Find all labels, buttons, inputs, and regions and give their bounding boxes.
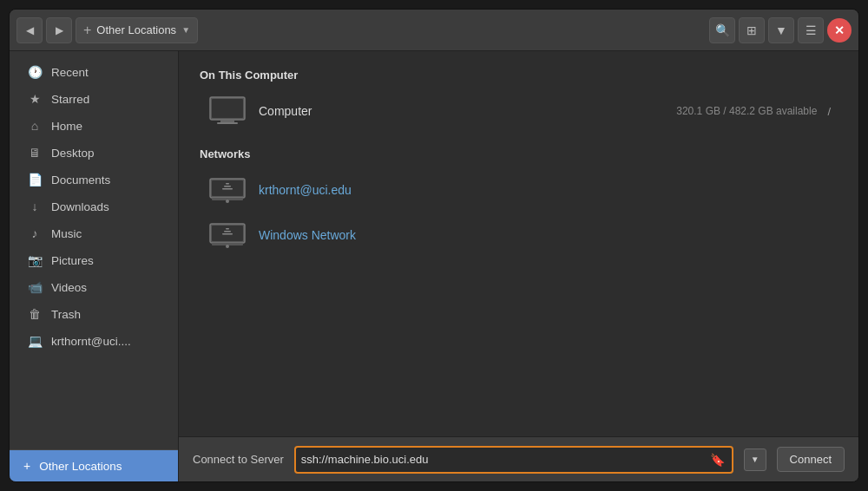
svg-point-14 <box>226 245 229 248</box>
trash-icon: 🗑 <box>27 307 43 321</box>
sidebar-item-trash-label: Trash <box>51 308 81 321</box>
connect-button[interactable]: Connect <box>777 447 845 472</box>
sidebar-item-music-label: Music <box>51 227 82 240</box>
svg-rect-3 <box>217 122 238 124</box>
sidebar-item-videos[interactable]: 📹 Videos <box>13 274 174 300</box>
music-icon: ♪ <box>27 226 43 240</box>
connect-bar: Connect to Server 🔖 ▼ Connect <box>179 436 858 481</box>
view-dropdown-button[interactable]: ▼ <box>768 17 794 43</box>
new-tab-icon: + <box>83 23 91 38</box>
sidebar-item-starred-label: Starred <box>51 93 89 106</box>
network-icon-windows <box>207 219 248 251</box>
sidebar-item-desktop[interactable]: 🖥 Desktop <box>13 140 174 166</box>
main-content: 🕐 Recent ★ Starred ⌂ Home 🖥 Desktop 📄 <box>10 51 858 481</box>
computer-icon <box>207 95 248 127</box>
network-row-windows[interactable]: Windows Network <box>200 214 838 256</box>
search-button[interactable]: 🔍 <box>709 17 735 43</box>
titlebar: ◀ ▶ + Other Locations ▼ 🔍 ⊞ ▼ ☰ ✕ <box>10 10 858 51</box>
svg-rect-9 <box>224 186 231 187</box>
svg-rect-10 <box>226 183 229 185</box>
sidebar-item-home-label: Home <box>51 120 82 133</box>
svg-rect-16 <box>224 231 231 232</box>
network-label-windows: Windows Network <box>259 228 356 242</box>
svg-rect-8 <box>222 188 233 190</box>
computer-row[interactable]: Computer 320.1 GB / 482.2 GB available / <box>200 90 838 132</box>
storage-info: 320.1 GB / 482.2 GB available <box>676 105 817 117</box>
svg-rect-2 <box>220 120 234 122</box>
sidebar-item-recent-label: Recent <box>51 66 89 79</box>
network-icon-krthornt <box>207 174 248 206</box>
file-manager-window: ◀ ▶ + Other Locations ▼ 🔍 ⊞ ▼ ☰ ✕ 🕐 Rece… <box>9 9 859 482</box>
sidebar-bottom: + Other Locations <box>10 449 178 481</box>
forward-button[interactable]: ▶ <box>46 17 72 43</box>
sidebar-item-documents-label: Documents <box>51 173 110 187</box>
sidebar-item-downloads-label: Downloads <box>51 200 109 213</box>
sidebar: 🕐 Recent ★ Starred ⌂ Home 🖥 Desktop 📄 <box>10 51 179 481</box>
titlebar-right: 🔍 ⊞ ▼ ☰ ✕ <box>709 17 852 43</box>
desktop-icon: 🖥 <box>27 146 43 160</box>
network-label-krthornt: krthornt@uci.edu <box>259 183 352 197</box>
home-icon: ⌂ <box>27 119 43 133</box>
sidebar-item-home[interactable]: ⌂ Home <box>13 113 174 139</box>
sidebar-item-downloads[interactable]: ↓ Downloads <box>13 193 174 219</box>
back-button[interactable]: ◀ <box>16 17 43 43</box>
other-locations-button[interactable]: + Other Locations <box>10 450 178 481</box>
location-bar[interactable]: + Other Locations ▼ <box>76 17 198 43</box>
sidebar-item-pictures[interactable]: 📷 Pictures <box>13 247 174 273</box>
connect-dropdown-button[interactable]: ▼ <box>744 448 766 471</box>
svg-rect-1 <box>212 99 243 118</box>
krthornt-icon: 💻 <box>27 334 43 348</box>
sidebar-item-music[interactable]: ♪ Music <box>13 220 174 246</box>
on-this-computer-heading: On This Computer <box>200 69 838 82</box>
documents-icon: 📄 <box>27 173 43 187</box>
svg-point-7 <box>226 200 229 203</box>
networks-section: Networks <box>200 147 838 256</box>
computer-label: Computer <box>259 104 676 118</box>
other-locations-label: Other Locations <box>39 460 122 473</box>
sidebar-items: 🕐 Recent ★ Starred ⌂ Home 🖥 Desktop 📄 <box>10 51 178 449</box>
panel-content: On This Computer Computer 320.1 GB / 482… <box>179 51 858 436</box>
bookmark-icon-button[interactable]: 🔖 <box>708 451 727 468</box>
other-locations-plus-icon: + <box>23 459 30 473</box>
recent-icon: 🕐 <box>27 65 43 79</box>
sidebar-item-pictures-label: Pictures <box>51 254 94 267</box>
sidebar-item-starred[interactable]: ★ Starred <box>13 86 174 112</box>
connect-server-input[interactable] <box>301 453 705 466</box>
location-label: Other Locations <box>96 23 176 36</box>
network-row-krthornt[interactable]: krthornt@uci.edu <box>200 169 838 211</box>
connect-input-wrap: 🔖 <box>294 446 733 474</box>
sidebar-item-krthornt[interactable]: 💻 krthornt@uci.... <box>13 328 174 354</box>
main-panel: On This Computer Computer 320.1 GB / 482… <box>179 51 858 481</box>
downloads-icon: ↓ <box>27 200 43 213</box>
sidebar-item-videos-label: Videos <box>51 281 87 294</box>
sidebar-item-krthornt-label: krthornt@uci.... <box>51 335 131 348</box>
svg-rect-15 <box>222 233 233 235</box>
networks-heading: Networks <box>200 147 838 160</box>
sidebar-item-trash[interactable]: 🗑 Trash <box>13 301 174 327</box>
starred-icon: ★ <box>27 92 43 106</box>
mount-point: / <box>827 105 831 118</box>
svg-rect-17 <box>226 228 229 230</box>
menu-button[interactable]: ☰ <box>798 17 824 43</box>
sidebar-item-documents[interactable]: 📄 Documents <box>13 167 174 193</box>
location-dropdown-icon: ▼ <box>181 25 190 35</box>
sidebar-item-recent[interactable]: 🕐 Recent <box>13 59 174 85</box>
sidebar-item-desktop-label: Desktop <box>51 147 95 160</box>
close-button[interactable]: ✕ <box>827 18 852 43</box>
connect-to-server-label: Connect to Server <box>193 453 284 466</box>
videos-icon: 📹 <box>27 280 43 294</box>
view-button[interactable]: ⊞ <box>739 17 765 43</box>
pictures-icon: 📷 <box>27 253 43 267</box>
